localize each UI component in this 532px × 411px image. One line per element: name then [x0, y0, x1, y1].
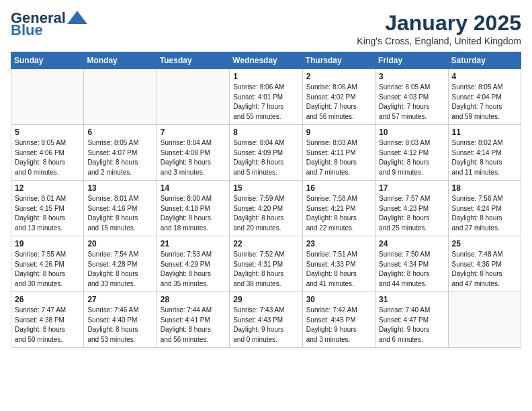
day-cell: 9Sunrise: 8:03 AM Sunset: 4:11 PM Daylig… — [302, 125, 375, 181]
day-cell: 25Sunrise: 7:48 AM Sunset: 4:36 PM Dayli… — [448, 236, 521, 292]
day-cell: 4Sunrise: 8:05 AM Sunset: 4:04 PM Daylig… — [448, 69, 521, 125]
calendar-table: SundayMondayTuesdayWednesdayThursdayFrid… — [11, 52, 521, 348]
day-info: Sunrise: 7:40 AM Sunset: 4:47 PM Dayligh… — [379, 306, 444, 345]
day-info: Sunrise: 7:55 AM Sunset: 4:26 PM Dayligh… — [15, 250, 80, 289]
day-number: 14 — [161, 183, 226, 193]
week-row-2: 5Sunrise: 8:05 AM Sunset: 4:06 PM Daylig… — [11, 125, 521, 181]
day-cell: 29Sunrise: 7:43 AM Sunset: 4:43 PM Dayli… — [230, 292, 302, 348]
day-info: Sunrise: 7:50 AM Sunset: 4:34 PM Dayligh… — [379, 250, 444, 289]
day-cell: 26Sunrise: 7:47 AM Sunset: 4:38 PM Dayli… — [11, 292, 84, 348]
day-number: 25 — [452, 239, 517, 248]
day-info: Sunrise: 8:03 AM Sunset: 4:11 PM Dayligh… — [306, 138, 371, 177]
day-cell: 6Sunrise: 8:05 AM Sunset: 4:07 PM Daylig… — [84, 125, 157, 181]
day-cell: 3Sunrise: 8:05 AM Sunset: 4:03 PM Daylig… — [375, 69, 448, 125]
weekday-header-saturday: Saturday — [448, 52, 521, 69]
day-number: 28 — [161, 295, 226, 304]
day-info: Sunrise: 8:00 AM Sunset: 4:18 PM Dayligh… — [161, 194, 226, 233]
week-row-4: 19Sunrise: 7:55 AM Sunset: 4:26 PM Dayli… — [11, 236, 521, 292]
day-cell: 12Sunrise: 8:01 AM Sunset: 4:15 PM Dayli… — [11, 181, 84, 236]
day-cell: 21Sunrise: 7:53 AM Sunset: 4:29 PM Dayli… — [157, 236, 229, 292]
weekday-header-thursday: Thursday — [302, 52, 375, 69]
day-cell: 18Sunrise: 7:56 AM Sunset: 4:24 PM Dayli… — [448, 181, 521, 236]
day-number: 13 — [87, 183, 152, 193]
day-info: Sunrise: 8:04 AM Sunset: 4:09 PM Dayligh… — [233, 138, 298, 177]
day-cell: 13Sunrise: 8:01 AM Sunset: 4:16 PM Dayli… — [84, 181, 157, 236]
day-cell: 14Sunrise: 8:00 AM Sunset: 4:18 PM Dayli… — [157, 181, 229, 236]
day-number: 10 — [379, 128, 444, 137]
day-number: 9 — [306, 128, 371, 137]
day-info: Sunrise: 8:01 AM Sunset: 4:16 PM Dayligh… — [87, 194, 152, 233]
day-number: 30 — [306, 295, 371, 304]
weekday-header-wednesday: Wednesday — [230, 52, 302, 69]
day-info: Sunrise: 7:42 AM Sunset: 4:45 PM Dayligh… — [306, 306, 371, 345]
day-number: 5 — [15, 128, 80, 137]
day-cell: 23Sunrise: 7:51 AM Sunset: 4:33 PM Dayli… — [302, 236, 375, 292]
day-number: 7 — [161, 128, 226, 137]
weekday-header-friday: Friday — [375, 52, 448, 69]
day-number: 22 — [233, 239, 298, 248]
day-number: 19 — [15, 239, 80, 248]
day-cell: 8Sunrise: 8:04 AM Sunset: 4:09 PM Daylig… — [230, 125, 302, 181]
day-info: Sunrise: 8:06 AM Sunset: 4:01 PM Dayligh… — [233, 83, 298, 122]
day-number: 26 — [15, 295, 80, 304]
day-cell: 24Sunrise: 7:50 AM Sunset: 4:34 PM Dayli… — [375, 236, 448, 292]
day-info: Sunrise: 7:47 AM Sunset: 4:38 PM Dayligh… — [15, 306, 80, 345]
weekday-header-monday: Monday — [84, 52, 157, 69]
day-info: Sunrise: 8:05 AM Sunset: 4:07 PM Dayligh… — [87, 138, 152, 177]
day-number: 2 — [306, 72, 371, 81]
day-number: 3 — [379, 72, 444, 81]
day-number: 12 — [15, 183, 80, 193]
day-info: Sunrise: 7:56 AM Sunset: 4:24 PM Dayligh… — [452, 194, 517, 233]
page-header: General Blue January 2025 King's Cross, … — [11, 11, 521, 46]
day-number: 17 — [379, 183, 444, 193]
day-cell: 28Sunrise: 7:44 AM Sunset: 4:41 PM Dayli… — [157, 292, 229, 348]
day-cell: 31Sunrise: 7:40 AM Sunset: 4:47 PM Dayli… — [375, 292, 448, 348]
day-number: 6 — [87, 128, 152, 137]
day-number: 31 — [379, 295, 444, 304]
week-row-3: 12Sunrise: 8:01 AM Sunset: 4:15 PM Dayli… — [11, 181, 521, 236]
day-number: 29 — [233, 295, 298, 304]
weekday-header-row: SundayMondayTuesdayWednesdayThursdayFrid… — [11, 52, 521, 69]
day-info: Sunrise: 8:05 AM Sunset: 4:06 PM Dayligh… — [15, 138, 80, 177]
calendar-title: January 2025 — [357, 11, 521, 36]
day-number: 4 — [452, 72, 517, 81]
day-number: 20 — [87, 239, 152, 248]
day-info: Sunrise: 8:03 AM Sunset: 4:12 PM Dayligh… — [379, 138, 444, 177]
day-number: 15 — [233, 183, 298, 193]
week-row-1: 1Sunrise: 8:06 AM Sunset: 4:01 PM Daylig… — [11, 69, 521, 125]
day-cell — [157, 69, 229, 125]
day-cell: 5Sunrise: 8:05 AM Sunset: 4:06 PM Daylig… — [11, 125, 84, 181]
day-cell: 10Sunrise: 8:03 AM Sunset: 4:12 PM Dayli… — [375, 125, 448, 181]
day-info: Sunrise: 7:52 AM Sunset: 4:31 PM Dayligh… — [233, 250, 298, 289]
day-info: Sunrise: 7:46 AM Sunset: 4:40 PM Dayligh… — [87, 306, 152, 345]
day-number: 11 — [452, 128, 517, 137]
day-info: Sunrise: 8:06 AM Sunset: 4:02 PM Dayligh… — [306, 83, 371, 122]
day-cell — [84, 69, 157, 125]
day-info: Sunrise: 7:53 AM Sunset: 4:29 PM Dayligh… — [161, 250, 226, 289]
day-number: 21 — [161, 239, 226, 248]
day-cell — [448, 292, 521, 348]
day-number: 24 — [379, 239, 444, 248]
svg-marker-0 — [67, 11, 87, 24]
day-number: 27 — [87, 295, 152, 304]
day-info: Sunrise: 7:48 AM Sunset: 4:36 PM Dayligh… — [452, 250, 517, 289]
day-info: Sunrise: 8:01 AM Sunset: 4:15 PM Dayligh… — [15, 194, 80, 233]
day-cell: 16Sunrise: 7:58 AM Sunset: 4:21 PM Dayli… — [302, 181, 375, 236]
calendar-subtitle: King's Cross, England, United Kingdom — [357, 36, 521, 46]
day-info: Sunrise: 7:51 AM Sunset: 4:33 PM Dayligh… — [306, 250, 371, 289]
day-info: Sunrise: 7:57 AM Sunset: 4:23 PM Dayligh… — [379, 194, 444, 233]
day-number: 8 — [233, 128, 298, 137]
day-cell: 20Sunrise: 7:54 AM Sunset: 4:28 PM Dayli… — [84, 236, 157, 292]
day-cell: 7Sunrise: 8:04 AM Sunset: 4:08 PM Daylig… — [157, 125, 229, 181]
day-cell: 15Sunrise: 7:59 AM Sunset: 4:20 PM Dayli… — [230, 181, 302, 236]
day-info: Sunrise: 8:05 AM Sunset: 4:04 PM Dayligh… — [452, 83, 517, 122]
day-number: 18 — [452, 183, 517, 193]
title-block: January 2025 King's Cross, England, Unit… — [357, 11, 521, 46]
day-info: Sunrise: 7:54 AM Sunset: 4:28 PM Dayligh… — [87, 250, 152, 289]
logo-icon — [67, 11, 87, 24]
day-info: Sunrise: 8:05 AM Sunset: 4:03 PM Dayligh… — [379, 83, 444, 122]
day-cell: 19Sunrise: 7:55 AM Sunset: 4:26 PM Dayli… — [11, 236, 84, 292]
day-cell — [11, 69, 84, 125]
day-cell: 1Sunrise: 8:06 AM Sunset: 4:01 PM Daylig… — [230, 69, 302, 125]
day-info: Sunrise: 7:58 AM Sunset: 4:21 PM Dayligh… — [306, 194, 371, 233]
